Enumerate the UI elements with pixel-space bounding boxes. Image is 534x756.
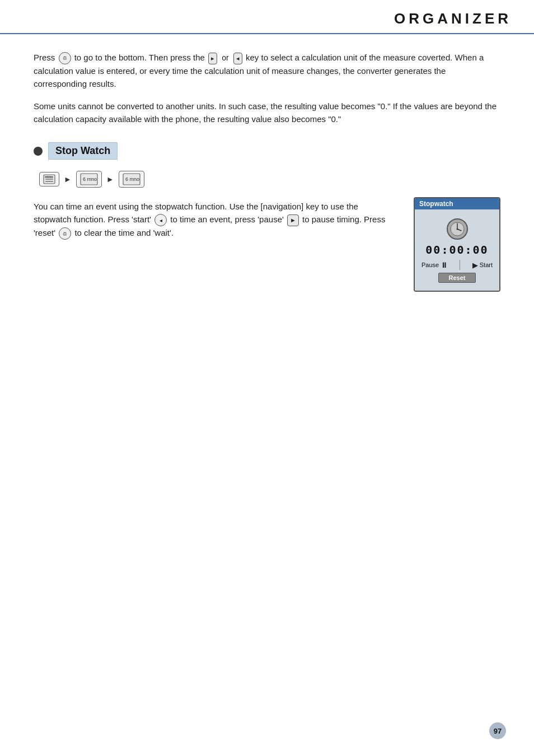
right-key-icon: ▸ (208, 53, 217, 64)
page-header: ORGANIZER (0, 0, 534, 34)
menu-icon: ⛭ (59, 52, 71, 64)
svg-text:6 mno: 6 mno (83, 176, 97, 182)
start-arrow-icon: ▶ (472, 261, 478, 269)
main-content: Press ⛭ to go to the bottom. Then press … (0, 34, 534, 309)
pause-bars-icon: ⏸ (441, 261, 448, 269)
divider (460, 260, 460, 270)
svg-point-13 (456, 228, 458, 230)
stopwatch-description: You can time an event using the stopwatc… (34, 200, 397, 240)
nav-path: MENU ► 6 mno ► 6 mno (39, 171, 500, 188)
pause-text: Pause (421, 262, 439, 268)
start-text: Start (480, 262, 493, 268)
phone-controls-row: Pause ⏸ ▶ Start (419, 260, 495, 270)
page-title: ORGANIZER (394, 10, 512, 27)
nav-menu-icon: MENU (39, 172, 59, 186)
svg-text:MENU: MENU (45, 175, 53, 179)
stopwatch-body-text: You can time an event using the stopwatc… (34, 200, 397, 249)
nav-arrow-1: ► (64, 175, 72, 184)
phone-titlebar: Stopwatch (415, 198, 499, 209)
phone-reset-button[interactable]: Reset (438, 273, 476, 283)
nav-arrow-2: ► (106, 175, 114, 184)
start-icon: ◂ (154, 214, 167, 226)
phone-reset-row: Reset (419, 273, 495, 283)
nav-icon-2: 6 mno (76, 171, 102, 188)
page-container: ORGANIZER Press ⛭ to go to the bottom. T… (0, 0, 534, 756)
stopwatch-layout: You can time an event using the stopwatc… (34, 200, 500, 292)
stopwatch-section-header: Stop Watch (34, 142, 500, 160)
page-number: 97 (489, 722, 506, 739)
phone-screen: Stopwatch 00:00:00 (414, 197, 500, 292)
section-dot-icon (34, 147, 43, 156)
svg-text:6 mno: 6 mno (125, 176, 139, 182)
phone-body: 00:00:00 Pause ⏸ ▶ Start (415, 209, 499, 291)
phone-pause-label: Pause ⏸ (421, 261, 448, 269)
or-text: or (222, 53, 228, 62)
paragraph-1: Press ⛭ to go to the bottom. Then press … (34, 51, 500, 91)
reset-icon: ⛭ (59, 227, 71, 240)
left-key-icon: ◂ (233, 53, 242, 64)
pause-icon: ► (287, 214, 299, 226)
phone-watch-circle (446, 217, 469, 241)
phone-time-display: 00:00:00 (425, 243, 488, 256)
paragraph-2: Some units cannot be converted to anothe… (34, 100, 500, 126)
phone-start-label: ▶ Start (472, 261, 493, 269)
section-title: Stop Watch (48, 142, 118, 160)
nav-icon-3: 6 mno (119, 171, 144, 188)
